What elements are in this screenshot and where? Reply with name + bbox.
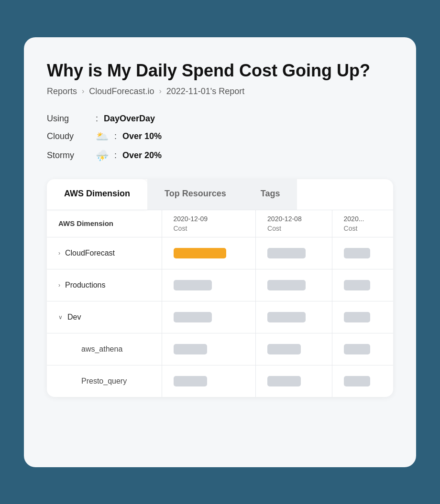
breadcrumb-sep-1: › (82, 87, 84, 96)
table-head: AWS Dimension 2020-12-09 Cost 2020-12-08… (47, 210, 393, 237)
row-dev-name: Dev (67, 313, 81, 322)
th-dimension: AWS Dimension (47, 210, 162, 237)
th-date-2: 2020-12-08 (267, 215, 320, 223)
row-cloudforecast-name: CloudForecast (65, 249, 115, 257)
meta-using: Using : DayOverDay (47, 114, 393, 124)
table-row: › Productions (47, 269, 393, 301)
row-productions-label: › Productions (47, 269, 162, 301)
meta-stormy: Stormy ⛈️ : Over 20% (47, 150, 393, 162)
meta-cloudy-colon: : (114, 131, 117, 141)
page-title: Why is My Daily Spend Cost Going Up? (47, 60, 393, 81)
breadcrumb-sep-2: › (159, 87, 161, 96)
row-presto-label: Presto_query (47, 365, 162, 397)
th-cost-3: Cost (344, 225, 382, 232)
table-row: › CloudForecast (47, 237, 393, 269)
bar-gray (174, 312, 212, 322)
main-card: Why is My Daily Spend Cost Going Up? Rep… (24, 37, 416, 467)
row-presto-bar2 (256, 365, 332, 397)
row-cloudforecast-label: › CloudForecast (47, 237, 162, 269)
row-athena-bar3 (332, 333, 393, 365)
tabs-container: AWS Dimension Top Resources Tags AWS Dim… (47, 179, 393, 397)
breadcrumb-cloudforecast[interactable]: CloudForecast.io (89, 86, 154, 97)
table-row: Presto_query (47, 365, 393, 397)
meta-stormy-colon: : (114, 150, 117, 161)
bar-gray-xs (344, 376, 370, 386)
row-dev-bar3 (332, 301, 393, 333)
table-row: aws_athena (47, 333, 393, 365)
th-col-1: 2020-12-09 Cost (162, 210, 256, 237)
th-cost-1: Cost (174, 225, 244, 232)
bar-gray (267, 312, 306, 322)
row-athena-bar1 (162, 333, 256, 365)
cloudy-icon: 🌥️ (96, 130, 109, 143)
table-row: ∨ Dev (47, 301, 393, 333)
data-table: AWS Dimension 2020-12-09 Cost 2020-12-08… (47, 210, 393, 397)
row-athena-label: aws_athena (47, 333, 162, 365)
meta-stormy-value: Over 20% (122, 150, 162, 161)
row-productions-bar3 (332, 269, 393, 301)
row-cloudforecast-bar2 (256, 237, 332, 269)
tab-top-resources[interactable]: Top Resources (147, 179, 243, 210)
bar-gray (174, 280, 212, 290)
row-athena-name: aws_athena (81, 345, 122, 354)
row-dev-bar1 (162, 301, 256, 333)
chevron-down-icon[interactable]: ∨ (58, 314, 63, 321)
tab-aws-dimension[interactable]: AWS Dimension (47, 179, 147, 210)
meta-cloudy-value: Over 10% (122, 131, 162, 141)
breadcrumb-report-date: 2022-11-01's Report (166, 86, 245, 97)
table-body: › CloudForecast (47, 237, 393, 397)
bar-gray-sm (267, 376, 301, 386)
bar-gray (267, 248, 306, 258)
bar-gray-xs (344, 344, 370, 354)
meta-using-value: DayOverDay (104, 114, 155, 124)
th-col-3: 2020... Cost (332, 210, 393, 237)
bar-gray-xs (344, 248, 370, 258)
row-dev-bar2 (256, 301, 332, 333)
meta-using-colon: : (96, 114, 98, 124)
tabs-header: AWS Dimension Top Resources Tags (47, 179, 393, 210)
th-date-3: 2020... (344, 215, 382, 223)
th-col-2: 2020-12-08 Cost (256, 210, 332, 237)
bar-orange (174, 248, 226, 258)
meta-stormy-label: Stormy (47, 150, 90, 161)
bar-gray (267, 280, 306, 290)
bar-gray-xs (344, 280, 370, 290)
meta-section: Using : DayOverDay Cloudy 🌥️ : Over 10% … (47, 114, 393, 162)
row-productions-bar2 (256, 269, 332, 301)
stormy-icon: ⛈️ (96, 150, 109, 162)
row-cloudforecast-bar3 (332, 237, 393, 269)
bar-gray-sm (174, 376, 207, 386)
row-cloudforecast-bar1 (162, 237, 256, 269)
row-productions-bar1 (162, 269, 256, 301)
meta-cloudy: Cloudy 🌥️ : Over 10% (47, 130, 393, 143)
th-date-1: 2020-12-09 (174, 215, 244, 223)
table-wrapper: AWS Dimension 2020-12-09 Cost 2020-12-08… (47, 210, 393, 397)
meta-using-label: Using (47, 114, 90, 124)
row-presto-name: Presto_query (81, 377, 127, 386)
chevron-right-icon[interactable]: › (58, 282, 60, 289)
row-presto-bar1 (162, 365, 256, 397)
meta-cloudy-label: Cloudy (47, 131, 90, 141)
chevron-right-icon[interactable]: › (58, 250, 60, 257)
tab-tags[interactable]: Tags (243, 179, 297, 210)
row-presto-bar3 (332, 365, 393, 397)
breadcrumb: Reports › CloudForecast.io › 2022-11-01'… (47, 86, 393, 97)
bar-gray-sm (174, 344, 207, 354)
row-productions-name: Productions (65, 281, 106, 290)
row-athena-bar2 (256, 333, 332, 365)
table-header-row: AWS Dimension 2020-12-09 Cost 2020-12-08… (47, 210, 393, 237)
row-dev-label: ∨ Dev (47, 301, 162, 333)
bar-gray-sm (267, 344, 301, 354)
breadcrumb-reports[interactable]: Reports (47, 86, 77, 97)
th-cost-2: Cost (267, 225, 320, 232)
bar-gray-xs (344, 312, 370, 322)
